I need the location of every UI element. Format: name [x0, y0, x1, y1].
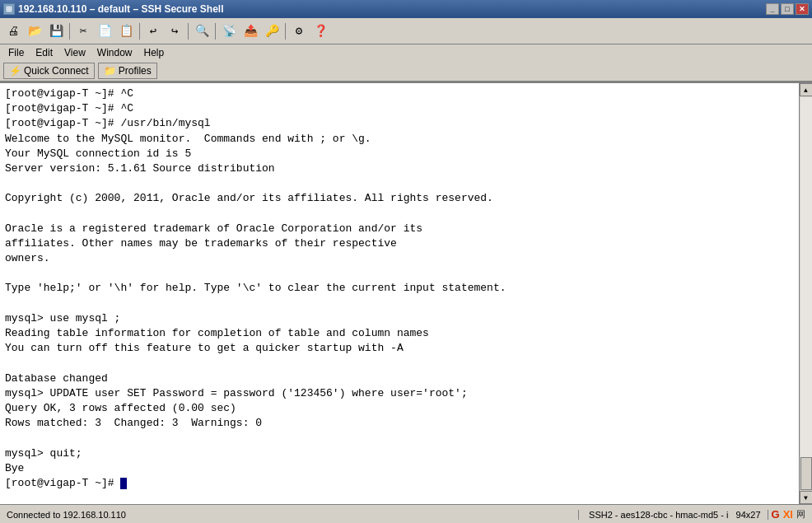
terminal-wrapper: [root@vigap-T ~]# ^C [root@vigap-T ~]# ^… — [0, 83, 812, 504]
save-icon[interactable]: 💾 — [46, 21, 66, 41]
menu-bar: File Edit View Window Help — [0, 44, 812, 61]
menu-help[interactable]: Help — [139, 46, 170, 59]
cut-icon[interactable]: ✂ — [73, 21, 93, 41]
transfer-icon[interactable]: 📤 — [240, 21, 260, 41]
quick-connect-label: Quick Connect — [24, 65, 89, 77]
settings-icon[interactable]: ⚙ — [289, 21, 309, 41]
status-connection: Connected to 192.168.10.110 — [3, 510, 579, 520]
separator-5 — [285, 23, 286, 40]
connect-icon[interactable]: 📡 — [219, 21, 239, 41]
key-icon[interactable]: 🔑 — [262, 21, 282, 41]
scroll-down-button[interactable]: ▼ — [800, 491, 813, 504]
window-controls[interactable]: _ □ ✕ — [766, 3, 809, 15]
scroll-up-button[interactable]: ▲ — [800, 83, 813, 96]
status-bar: Connected to 192.168.10.110 SSH2 - aes12… — [0, 504, 812, 523]
help-icon[interactable]: ❓ — [310, 21, 330, 41]
quick-bar: ⚡ Quick Connect 📁 Profiles — [0, 61, 812, 82]
terminal-cursor — [120, 478, 127, 489]
quick-connect-button[interactable]: ⚡ Quick Connect — [3, 63, 95, 79]
title-icon: ⊞ — [3, 3, 15, 15]
menu-edit[interactable]: Edit — [30, 46, 58, 59]
logo-gxi: G — [772, 508, 780, 521]
separator-3 — [188, 23, 189, 40]
close-button[interactable]: ✕ — [796, 3, 809, 15]
logo-xi: XI — [783, 508, 793, 521]
profiles-label: Profiles — [119, 65, 152, 77]
menu-view[interactable]: View — [59, 46, 91, 59]
menu-file[interactable]: File — [3, 46, 29, 59]
minimize-button[interactable]: _ — [766, 3, 779, 15]
undo-icon[interactable]: ↩ — [143, 21, 163, 41]
status-cipher: SSH2 - aes128-cbc - hmac-md5 - i 94x27 — [582, 510, 768, 520]
menu-window[interactable]: Window — [92, 46, 138, 59]
separator-1 — [69, 23, 70, 40]
new-icon[interactable]: 🖨 — [3, 21, 23, 41]
profiles-icon: 📁 — [104, 65, 116, 77]
status-logo: G XI 网 — [772, 508, 805, 521]
toolbar-area: 🖨 📂 💾 ✂ 📄 📋 ↩ ↪ 🔍 📡 📤 🔑 ⚙ ❓ File Edit Vi… — [0, 18, 812, 83]
quick-connect-icon: ⚡ — [9, 65, 21, 77]
window-title: 192.168.10.110 – default – SSH Secure Sh… — [18, 3, 223, 15]
title-bar-left: ⊞ 192.168.10.110 – default – SSH Secure … — [3, 3, 223, 15]
profiles-button[interactable]: 📁 Profiles — [98, 63, 157, 79]
scroll-track[interactable] — [800, 97, 812, 490]
scroll-thumb[interactable] — [800, 457, 812, 490]
terminal[interactable]: [root@vigap-T ~]# ^C [root@vigap-T ~]# ^… — [0, 83, 799, 504]
open-icon[interactable]: 📂 — [25, 21, 44, 41]
separator-4 — [215, 23, 216, 40]
scrollbar[interactable]: ▲ ▼ — [799, 83, 812, 504]
status-right: SSH2 - aes128-cbc - hmac-md5 - i 94x27 G… — [579, 508, 809, 521]
copy-icon[interactable]: 📄 — [95, 21, 114, 41]
paste-icon[interactable]: 📋 — [116, 21, 136, 41]
toolbar-icons: 🖨 📂 💾 ✂ 📄 📋 ↩ ↪ 🔍 📡 📤 🔑 ⚙ ❓ — [0, 18, 812, 44]
redo-icon[interactable]: ↪ — [165, 21, 184, 41]
title-bar: ⊞ 192.168.10.110 – default – SSH Secure … — [0, 0, 812, 18]
find-icon[interactable]: 🔍 — [192, 21, 212, 41]
logo-wang: 网 — [796, 508, 805, 521]
separator-2 — [139, 23, 140, 40]
maximize-button[interactable]: □ — [781, 3, 794, 15]
